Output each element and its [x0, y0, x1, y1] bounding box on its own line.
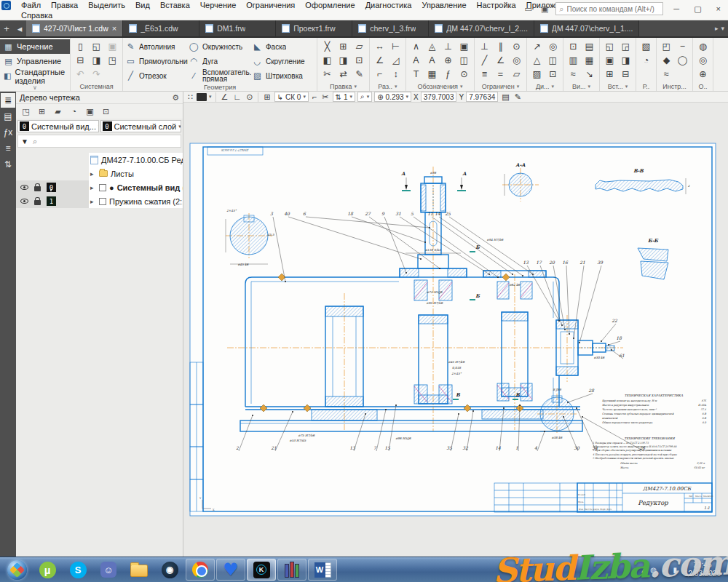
menu-item-4[interactable]: Вставка [155, 1, 195, 9]
rounding-icon[interactable]: ✂ [320, 92, 330, 102]
Ди-tool-icon-0-1[interactable]: △ [529, 53, 545, 67]
Обозначения-tool-icon-1-1[interactable]: A [424, 53, 440, 67]
properties-icon[interactable]: ▤ [500, 92, 510, 102]
chevron-down-icon[interactable]: ▾ [625, 84, 628, 89]
layers-icon[interactable]: ≡ [1, 141, 15, 156]
skype-icon[interactable]: S [63, 559, 92, 581]
Правка-tool-icon-2-0[interactable]: ▱ [352, 39, 367, 53]
coordinate-system-select[interactable]: ↳ СК 0 ▾ [274, 92, 309, 102]
drawing-canvas[interactable]: .bl{stroke:#1579d0;fill:none;stroke-widt… [183, 103, 728, 557]
Ограничен-tool-icon-1-1[interactable]: ∠ [493, 53, 508, 67]
Системная-tool-icon-1-0[interactable]: ◱ [89, 39, 104, 53]
Правка-tool-icon-1-0[interactable]: ⊞ [336, 39, 351, 53]
tray-icon-1[interactable]: ◍ [650, 566, 657, 574]
screen-toggle-icon[interactable]: ▣ [539, 4, 550, 14]
menu-item-10[interactable]: Настройка [472, 1, 521, 9]
Р-tool-icon-0-2[interactable] [638, 67, 654, 81]
tool-вспомогательпрямая[interactable]: ⁄Вспомогатель... прямая [189, 68, 251, 83]
menu-item-9[interactable]: Управление [416, 1, 471, 9]
Ди-tool-icon-1-0[interactable]: ◎ [545, 39, 561, 53]
document-tab-1[interactable]: _Ё6э1.cdw [123, 20, 199, 36]
menu-item-6[interactable]: Ограничения [241, 1, 300, 9]
pen-style-icon[interactable] [197, 93, 207, 101]
Раз-tool-icon-1-0[interactable]: ⊢ [388, 39, 403, 53]
menu-item-0[interactable]: Файл [16, 1, 46, 9]
tree-row-1[interactable]: ▸Листы [16, 167, 183, 180]
tray-icon-0[interactable]: ▴ [641, 566, 645, 574]
functions-icon[interactable]: ƒx [1, 125, 15, 140]
search-input[interactable] [567, 5, 654, 13]
snap-ortho-icon[interactable]: ∟ [232, 92, 242, 101]
document-tab-0[interactable]: 427-07\Лист 1.cdw× [26, 20, 123, 36]
tool-скругление[interactable]: ◡Скругление [252, 54, 314, 68]
Раз-tool-icon-0-0[interactable]: ↔ [372, 39, 387, 53]
x-coordinate-field[interactable]: 379.7003 [421, 92, 457, 102]
Ограничен-tool-icon-2-0[interactable]: ⊙ [509, 39, 524, 53]
Правка-tool-icon-0-1[interactable]: ◧ [320, 53, 335, 67]
tool-окружность[interactable]: ◯Окружность [189, 39, 251, 54]
О-tool-icon-0-1[interactable]: ◎ [695, 53, 711, 67]
Ди-tool-icon-1-2[interactable]: ⊡ [545, 67, 561, 81]
Инстр-tool-icon-0-0[interactable]: ◰ [659, 39, 674, 53]
Ди-tool-icon-1-1[interactable]: ◫ [545, 53, 561, 67]
tree-row-0[interactable]: ДМ427-7.10.00.СБ Реду... [16, 153, 183, 167]
Обозначения-tool-icon-2-2[interactable]: ƒ [440, 67, 456, 81]
kompas-icon[interactable]: K [247, 559, 276, 581]
discord-icon[interactable]: ☺ [94, 559, 123, 581]
explorer-icon[interactable] [124, 559, 154, 581]
document-tab-4[interactable]: cherv_I_3.frw [352, 20, 429, 36]
document-tab-2[interactable]: DM1.frw [199, 20, 276, 36]
Инстр-tool-icon-1-0[interactable]: − [675, 39, 690, 53]
Обозначения-tool-icon-2-0[interactable]: ⊥ [440, 39, 456, 53]
Вст-tool-icon-0-2[interactable]: ⊞ [602, 67, 617, 81]
Обозначения-tool-icon-0-0[interactable]: ∧ [408, 39, 424, 53]
menu-item-5[interactable]: Черчение [195, 1, 242, 9]
y-coordinate-field[interactable]: 7.97634 [466, 92, 498, 102]
chevron-down-icon[interactable]: ▾ [395, 84, 397, 89]
tree-tool-icon-1[interactable]: ⊞ [35, 105, 49, 118]
workspace-tab-0[interactable]: ▦Черчение [0, 39, 70, 54]
tool-штриховка[interactable]: ▨Штриховка [252, 68, 314, 83]
magnifier-select[interactable]: ⌕ ▾ [357, 92, 372, 102]
document-tab-6[interactable]: ДМ 447.07\cherv_I_1.... [534, 20, 640, 36]
tool-дуга[interactable]: ◠Дуга [189, 54, 251, 68]
Обозначения-tool-icon-1-2[interactable]: ▦ [424, 67, 440, 81]
Системная-tool-icon-2-1[interactable]: ◳ [105, 53, 120, 67]
chevron-down-icon[interactable]: ▾ [460, 84, 463, 89]
Ви-tool-icon-1-2[interactable]: ↘ [582, 67, 597, 81]
collapse-chevron-icon[interactable]: ∨ [0, 84, 70, 91]
Обозначения-tool-icon-2-1[interactable]: ⊕ [440, 53, 456, 67]
Инстр-tool-icon-0-2[interactable]: ≈ [659, 67, 674, 81]
Ограничен-tool-icon-0-1[interactable]: ╱ [477, 53, 492, 67]
Ви-tool-icon-0-1[interactable]: ▥ [566, 53, 581, 67]
tab-close-icon[interactable]: × [112, 24, 116, 33]
workspace-tab-1[interactable]: ▤Управление [0, 54, 70, 68]
winrar-icon[interactable] [277, 559, 306, 581]
Вст-tool-icon-1-1[interactable]: ◨ [618, 53, 633, 67]
tab-scroll-left[interactable]: ◂ [13, 20, 26, 36]
start-button[interactable] [2, 559, 31, 581]
menu-item-help[interactable]: Справка [16, 11, 58, 20]
minimize-button[interactable]: ─ [669, 4, 684, 13]
Правка-tool-icon-0-2[interactable]: ✂ [320, 67, 335, 81]
steam-icon[interactable]: ◉ [155, 559, 184, 581]
Ди-tool-icon-0-0[interactable]: ↗ [529, 39, 545, 53]
Ви-tool-icon-0-0[interactable]: ⊡ [566, 39, 581, 53]
Вст-tool-icon-0-1[interactable]: ▣ [602, 53, 617, 67]
view-selector[interactable]: 0 Системный вид... ▾ [17, 120, 99, 132]
command-search[interactable]: ⌕ [555, 2, 663, 15]
tree-tool-icon-2[interactable]: ▰ [51, 105, 65, 118]
menu-item-8[interactable]: Диагностика [360, 1, 417, 9]
menu-item-2[interactable]: Выделить [83, 1, 130, 9]
Вст-tool-icon-1-2[interactable]: ⊟ [618, 67, 633, 81]
Вст-tool-icon-0-0[interactable]: ◱ [602, 39, 617, 53]
Правка-tool-icon-2-2[interactable]: ✎ [352, 67, 367, 81]
Раз-tool-icon-1-1[interactable]: ◿ [388, 53, 403, 67]
expand-arrow-icon[interactable]: ▸ [90, 170, 96, 178]
Инстр-tool-icon-1-1[interactable]: ◯ [675, 53, 690, 67]
Ди-tool-icon-0-2[interactable]: ▨ [529, 67, 545, 81]
document-tab-3[interactable]: Проект1.frw [276, 20, 352, 36]
tab-control-0[interactable]: ▸ [715, 25, 719, 32]
Обозначения-tool-icon-3-1[interactable]: ◫ [456, 53, 472, 67]
tray-icon-2[interactable]: ✓ [662, 566, 668, 574]
